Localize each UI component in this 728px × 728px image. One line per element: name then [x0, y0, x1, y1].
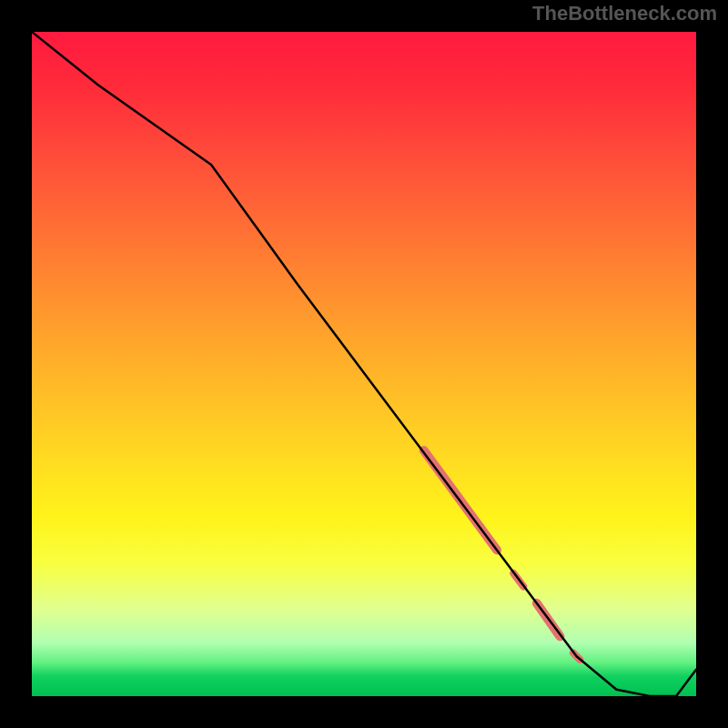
plot-area — [32, 32, 696, 696]
chart-svg — [32, 32, 696, 696]
bottleneck-curve — [32, 32, 696, 696]
attribution-text: TheBottleneck.com — [532, 2, 717, 25]
